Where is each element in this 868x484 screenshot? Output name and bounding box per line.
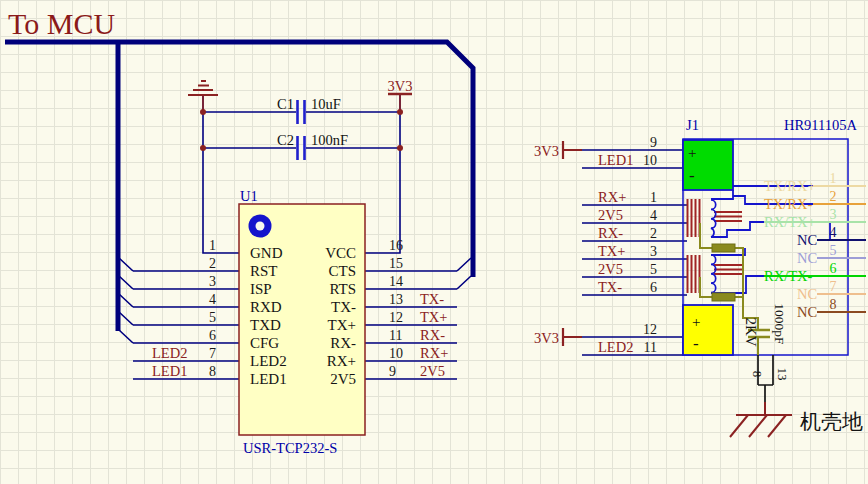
j1-pin-number: 2	[650, 226, 657, 241]
j1-pin-number: 6	[650, 280, 657, 295]
bus-entries-left	[119, 258, 133, 343]
j1-right-label: NC	[797, 232, 817, 248]
sheet-note-to-mcu: To MCU	[8, 7, 115, 40]
u1-pin-number: 4	[209, 292, 216, 307]
j1-designator: J1	[686, 117, 699, 133]
u1-component: U1 USR-TCP232-S GND RST ISP RXD TXD CFG …	[152, 188, 448, 456]
j1-right-label: NC	[797, 250, 817, 266]
j1-right-label: RX/TX-	[764, 268, 813, 284]
u1-pin1-marker-hole	[256, 222, 265, 231]
j1-component: J1 HR911105A + - + -	[534, 117, 866, 355]
j1-pin-number: 3	[830, 207, 837, 222]
j1-pin-number: 2	[830, 189, 837, 204]
yellow-led-minus: -	[693, 334, 699, 353]
chassis-ground-hatch	[730, 415, 786, 437]
c2-plates	[298, 136, 305, 160]
primary-winding-lower	[688, 255, 700, 293]
net-label-txm: TX-	[420, 291, 444, 307]
j1-pin-number: 12	[643, 322, 657, 337]
net-label-rxp: RX+	[420, 345, 448, 361]
j1-right-label: NC	[797, 286, 817, 302]
j1-yellow-led	[683, 305, 733, 355]
u1-designator: U1	[240, 188, 258, 204]
u1-pin-name: TX-	[331, 299, 356, 315]
olive-tap-upper	[700, 223, 712, 248]
c1-plates	[298, 100, 305, 124]
u1-pin-name: RXD	[250, 299, 282, 315]
shield-pin-number-13: 13	[775, 368, 790, 381]
j1-net-label: LED2	[598, 339, 633, 355]
hv-cap-value: 1000pF	[772, 303, 787, 345]
u1-pin-number: 12	[389, 310, 403, 325]
u1-pin-name: CTS	[328, 263, 356, 279]
junction-dots	[200, 109, 403, 151]
secondary-upper	[711, 200, 716, 237]
u1-pin-number: 14	[389, 274, 403, 289]
j1-net-label: RX-	[598, 225, 623, 241]
junction-dot	[200, 109, 206, 115]
u1-pin-number: 15	[389, 256, 403, 271]
u1-pin-number: 7	[209, 346, 216, 361]
schematic-canvas: C1 10uF C2 100nF U1 USR-TCP232-S GND RST…	[0, 0, 868, 484]
j1-right-label: TX/RX-	[764, 196, 813, 212]
j1-pin-number: 9	[650, 135, 657, 150]
wire-3v3-rail	[365, 94, 400, 253]
j1-pin-number: 4	[830, 225, 837, 240]
j1-pin-number: 4	[650, 208, 657, 223]
j1-pin-number: 7	[830, 279, 837, 294]
j1-pin-number: 5	[830, 243, 837, 258]
j1-right-label: NC	[797, 304, 817, 320]
blue-feed-row6	[711, 276, 764, 293]
j1-comment: HR911105A	[784, 117, 858, 133]
u1-pin-number: 2	[209, 256, 216, 271]
c2-value: 100nF	[311, 132, 348, 148]
u1-pin-name: RST	[250, 263, 278, 279]
j1-net-label: RX+	[598, 189, 626, 205]
j1-pin-number: 11	[644, 340, 657, 355]
j1-pin-number: 1	[830, 171, 837, 186]
j1-net-label: TX-	[598, 279, 622, 295]
c1-value: 10uF	[311, 96, 341, 112]
u1-pin-name: RX+	[327, 353, 356, 369]
j1-pin-number: 5	[650, 262, 657, 277]
hv-cap-rating: 2KV	[743, 317, 759, 346]
u1-pin-number: 13	[389, 292, 403, 307]
resistor-upper	[712, 244, 735, 252]
j1-right-label: TX/RX+	[764, 178, 816, 194]
bus-entries-right	[457, 258, 471, 289]
primary-winding-upper	[688, 199, 700, 237]
power-3v3-j1-bottom	[563, 328, 582, 346]
power-3v3-j1-top	[563, 141, 582, 159]
u1-pin-number: 11	[389, 328, 402, 343]
junction-dot	[397, 145, 403, 151]
j1-pin-number: 6	[830, 261, 837, 276]
j1-pin-number: 8	[830, 297, 837, 312]
net-label-2v5: 2V5	[420, 363, 445, 379]
c2-ref: C2	[277, 132, 294, 148]
u1-pin-name: RX-	[330, 335, 356, 351]
green-led-minus: -	[689, 166, 695, 185]
shield-pin-number-8: 8	[750, 371, 765, 378]
yellow-led-plus: +	[692, 314, 700, 330]
core-bars-lower	[714, 265, 742, 274]
j1-pin-number: 1	[650, 190, 657, 205]
green-led-plus: +	[688, 145, 696, 161]
u1-pin-number: 9	[389, 364, 396, 379]
chassis-ground-label: 机壳地	[800, 410, 863, 434]
power-label-3v3: 3V3	[534, 330, 559, 346]
net-label-led2: LED2	[152, 345, 187, 361]
j1-right-label: RX/TX+	[764, 214, 816, 230]
j1-net-label: 2V5	[598, 207, 623, 223]
u1-pin-number: 3	[209, 274, 216, 289]
chassis-ground-icon	[730, 402, 792, 437]
u1-pin-number: 1	[209, 238, 216, 253]
capacitor-c1: C1 10uF	[277, 96, 341, 124]
power-label-3v3: 3V3	[534, 143, 559, 159]
shield-pin-wires	[758, 355, 773, 402]
core-bars-upper	[714, 212, 742, 221]
net-label-led1: LED1	[152, 363, 187, 379]
j1-net-label: LED1	[598, 152, 633, 168]
schematic-sheet: C1 10uF C2 100nF U1 USR-TCP232-S GND RST…	[0, 0, 868, 484]
u1-pin-name: ISP	[250, 281, 272, 297]
u1-pin-number: 6	[209, 328, 216, 343]
